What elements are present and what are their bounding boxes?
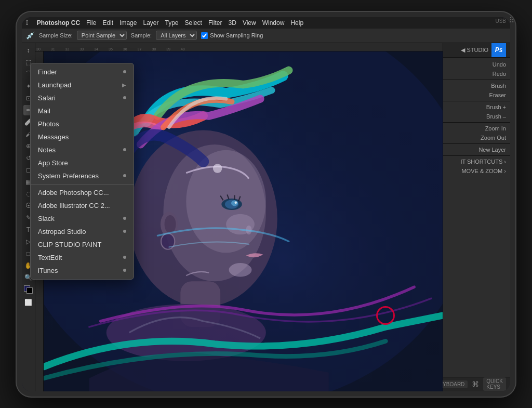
itunes-dot <box>123 269 126 272</box>
dropdown-notes[interactable]: Notes <box>31 143 134 156</box>
notes-dot <box>123 148 126 151</box>
tablet-frame:  Photoshop CC File Edit Image Layer Typ… <box>17 12 515 397</box>
ruler-mark: 38 <box>152 47 156 51</box>
redo-button[interactable]: Redo <box>443 69 510 78</box>
astropad-dot <box>123 230 126 233</box>
dropdown-separator-1 <box>31 184 134 185</box>
slack-dot <box>123 217 126 220</box>
right-panel: ◀ STUDIO Ps Undo Redo Brush <box>443 43 510 391</box>
panel-divider-5 <box>443 155 510 156</box>
ruler-mark: 40 <box>181 47 185 51</box>
dropdown-launchpad[interactable]: Launchpad ▶ <box>31 78 134 91</box>
menu-bar:  Photoshop CC File Edit Image Layer Typ… <box>22 17 510 29</box>
show-sampling-checkbox[interactable] <box>201 32 208 39</box>
dropdown-finder[interactable]: Finder <box>31 65 134 78</box>
dropdown-safari[interactable]: Safari <box>31 91 134 104</box>
dropdown-messages[interactable]: Messages <box>31 130 134 143</box>
dropdown-photos[interactable]: Photos <box>31 117 134 130</box>
quick-keys-button[interactable]: QUICK KEYS <box>483 377 506 391</box>
ps-icon: Ps <box>491 43 506 58</box>
it-shortcuts-button[interactable]: IT SHORTCUTS › <box>443 157 510 166</box>
main-area: ↕ ⬚ ⌒ ✦ ⊡ ✒ 🩹 🖌 ⊕ ↺ ◻ ▦ ◌ ⦿ ✎ T ▷ □ ✋ 🔍 <box>22 43 510 391</box>
ruler-top: 30 31 32 33 34 35 36 37 38 39 40 <box>35 43 443 51</box>
brush-button[interactable]: Brush <box>443 81 510 90</box>
dropdown-slack[interactable]: Slack <box>31 212 134 225</box>
sample-label: Sample: <box>131 32 152 38</box>
ruler-mark: 33 <box>79 47 84 51</box>
dropdown-clip-studio[interactable]: CLIP STUDIO PAINT <box>31 238 134 251</box>
dropdown-textedit[interactable]: TextEdit <box>31 251 134 264</box>
ruler-mark: 31 <box>51 47 55 51</box>
eraser-button[interactable]: Eraser <box>443 90 510 100</box>
sysprefs-dot <box>123 174 126 177</box>
dropdown-photoshop[interactable]: Adobe Photoshop CC... <box>31 186 134 199</box>
finder-dot <box>123 70 126 73</box>
ruler-mark: 39 <box>166 47 170 51</box>
dropdown-app-store[interactable]: App Store <box>31 156 134 169</box>
ruler-mark: 32 <box>65 47 70 51</box>
undo-button[interactable]: Undo <box>443 60 510 69</box>
textedit-dot <box>123 256 126 259</box>
menu-select[interactable]: Select <box>185 19 202 27</box>
right-panel-bottom: KEYBOARD ⌘ QUICK KEYS <box>443 377 510 391</box>
menu-edit[interactable]: Edit <box>102 19 113 27</box>
ps-label: Ps <box>495 46 503 54</box>
svg-point-18 <box>229 263 252 277</box>
move-zoom-button[interactable]: MOVE & ZOOM › <box>443 166 510 176</box>
dropdown-mail[interactable]: Mail <box>31 104 134 117</box>
ruler-mark: 34 <box>94 47 98 51</box>
dropdown-system-preferences[interactable]: System Preferences <box>31 169 134 182</box>
safari-dot <box>123 96 126 99</box>
svg-point-11 <box>231 200 238 206</box>
dropdown-itunes[interactable]: iTunes <box>31 264 134 277</box>
ruler-marks: 30 31 32 33 34 35 36 37 38 39 40 <box>35 43 195 51</box>
app-name[interactable]: Photoshop CC <box>37 19 80 27</box>
menu-window[interactable]: Window <box>262 19 285 27</box>
menu-3d[interactable]: 3D <box>229 19 236 27</box>
menu-filter[interactable]: Filter <box>208 19 222 27</box>
color-swatch[interactable] <box>23 285 34 295</box>
menu-layer[interactable]: Layer <box>143 19 158 27</box>
brush-minus-button[interactable]: Brush – <box>443 112 510 121</box>
menu-type[interactable]: Type <box>165 19 179 27</box>
dropdown-menu[interactable]: Finder Launchpad ▶ Safari Mail <box>30 63 134 280</box>
background-color[interactable] <box>26 287 33 294</box>
panel-divider-2 <box>443 101 510 101</box>
dropdown-illustrator[interactable]: Adobe Illustrator CC 2... <box>31 199 134 212</box>
usb-indicator: USB <box>495 18 506 24</box>
menu-file[interactable]: File <box>86 19 96 27</box>
ruler-mark: 37 <box>138 47 142 51</box>
menu-help[interactable]: Help <box>290 19 303 27</box>
zoom-in-button[interactable]: Zoom In <box>443 124 510 133</box>
panel-divider-4 <box>443 143 510 144</box>
apple-logo-icon[interactable]:  <box>26 19 29 27</box>
sample-select[interactable]: All Layers <box>156 31 197 40</box>
new-layer-button[interactable]: New Layer <box>443 145 510 154</box>
tablet-screen:  Photoshop CC File Edit Image Layer Typ… <box>22 17 510 391</box>
menu-view[interactable]: View <box>243 19 256 27</box>
svg-point-15 <box>165 215 176 233</box>
sidecar-dots: ⠿ <box>509 16 514 24</box>
panel-divider-3 <box>443 122 510 123</box>
show-sampling-text: Show Sampling Ring <box>210 32 263 38</box>
screen-mode-tool[interactable]: ⬜ <box>23 297 34 308</box>
launchpad-arrow: ▶ <box>122 82 126 88</box>
ruler-mark: 30 <box>36 47 41 51</box>
sample-size-label: Sample Size: <box>39 32 73 38</box>
ruler-mark: 36 <box>123 47 127 51</box>
command-icon: ⌘ <box>472 380 479 388</box>
svg-point-12 <box>235 201 237 203</box>
brush-plus-button[interactable]: Brush + <box>443 102 510 112</box>
menu-image[interactable]: Image <box>119 19 137 27</box>
ruler-mark: 35 <box>109 47 113 51</box>
cursor-circle <box>376 306 395 325</box>
show-sampling-label[interactable]: Show Sampling Ring <box>201 32 263 39</box>
move-tool[interactable]: ↕ <box>23 45 34 56</box>
sample-size-select[interactable]: Point Sample <box>77 31 127 40</box>
zoom-out-button[interactable]: Zoom Out <box>443 133 510 142</box>
panel-divider-1 <box>443 80 510 80</box>
studio-label: ◀ STUDIO <box>461 47 488 54</box>
panel-content: Undo Redo Brush Eraser Brush + <box>443 58 510 377</box>
dropdown-astropad[interactable]: Astropad Studio <box>31 225 134 238</box>
svg-point-16 <box>161 233 175 249</box>
